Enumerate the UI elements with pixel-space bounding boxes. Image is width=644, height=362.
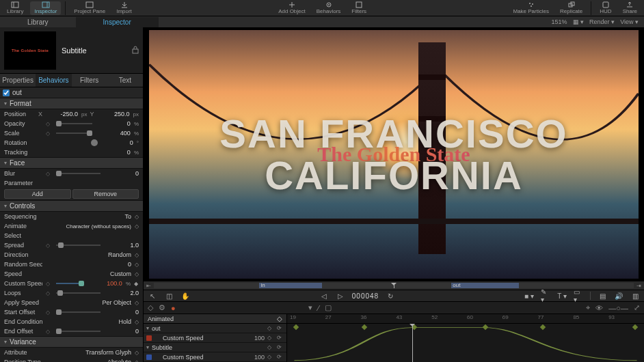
project-pane-button[interactable]: Project Pane: [70, 1, 109, 15]
param-end-condition[interactable]: End ConditionHold◇: [0, 317, 143, 326]
play-back-button[interactable]: ◁: [319, 291, 329, 301]
svg-point-8: [529, 3, 531, 4]
param-sequencing[interactable]: SequencingTo◇: [0, 212, 143, 221]
param-spread[interactable]: Spread◇1.0: [0, 240, 143, 250]
rotation-dial-icon[interactable]: [91, 139, 98, 146]
param-apply-speed[interactable]: Apply SpeedPer Object◇: [0, 298, 143, 307]
bridge-cables: [149, 50, 639, 224]
curve-editor[interactable]: [287, 324, 644, 362]
param-tracking[interactable]: Tracking 0%: [0, 148, 143, 157]
param-animate[interactable]: AnimateCharacter (without spaces)◇: [0, 221, 143, 231]
param-attribute[interactable]: AttributeTransform Glyph◇: [0, 348, 143, 357]
behavior-out-checkbox[interactable]: out: [0, 87, 143, 98]
tab-filters[interactable]: Filters: [72, 74, 107, 87]
section-variance[interactable]: Variance: [0, 336, 143, 348]
param-rotation[interactable]: Rotation 0°: [0, 138, 143, 148]
snap-icon[interactable]: ⌖: [586, 303, 590, 312]
remove-parameter-dropdown[interactable]: Remove: [72, 189, 139, 199]
keyframe-show-icon[interactable]: ◇: [148, 303, 153, 312]
lock-icon[interactable]: [132, 46, 139, 55]
render-dropdown[interactable]: Render ▾: [589, 18, 615, 25]
add-parameter-dropdown[interactable]: Add: [4, 189, 71, 199]
param-loops[interactable]: Loops◇2.0: [0, 288, 143, 298]
make-particles-button[interactable]: Make Particles: [509, 1, 552, 15]
project-pane-icon: [85, 1, 94, 8]
box-icon[interactable]: ▢: [325, 303, 332, 312]
replicate-button[interactable]: Replicate: [556, 1, 587, 15]
param-start-offset[interactable]: Start Offset◇0: [0, 307, 143, 317]
loop-icon[interactable]: ↻: [386, 291, 395, 301]
tab-text[interactable]: Text: [107, 74, 143, 87]
zoom-slider-icon[interactable]: —○—: [608, 304, 628, 312]
timeline-header[interactable]: Animated◇: [144, 314, 286, 324]
tab-library[interactable]: Library: [0, 17, 76, 27]
timeline-tracks[interactable]: 19273643526069778593: [287, 314, 644, 362]
play-forward-button[interactable]: ▷: [336, 291, 345, 301]
timeline-row[interactable]: ▾Subtitle◇⟳: [144, 343, 286, 352]
param-scale[interactable]: Scale◇ 400%: [0, 128, 143, 138]
pen-tool-icon[interactable]: ✎ ▾: [541, 291, 550, 301]
view-dropdown[interactable]: View ▾: [620, 18, 639, 25]
marker-icon[interactable]: ▾: [308, 303, 312, 312]
out-label: out: [453, 282, 460, 288]
tab-behaviors[interactable]: Behaviors: [36, 74, 71, 87]
timeline-row[interactable]: Custom Speed100◇⟳: [144, 352, 286, 362]
timecode[interactable]: 000048: [352, 290, 379, 301]
text-tool-icon[interactable]: T ▾: [557, 291, 567, 301]
inspector-button[interactable]: Inspector: [30, 1, 61, 15]
param-position[interactable]: Position X -250.0px Y 250.0px: [0, 109, 143, 119]
svg-rect-0: [12, 2, 18, 8]
behaviors-button[interactable]: Behaviors: [312, 1, 345, 15]
separator: [65, 1, 66, 15]
inspector-icon: [42, 1, 50, 8]
layout-2-icon[interactable]: ▥: [630, 291, 640, 301]
hud-button[interactable]: HUD: [595, 1, 615, 15]
eye-icon[interactable]: 👁: [595, 304, 603, 312]
import-button[interactable]: Import: [112, 1, 136, 15]
param-speed[interactable]: SpeedCustom◇: [0, 269, 143, 279]
param-custom-speed[interactable]: Custom Speed◇100.0%◆: [0, 279, 143, 288]
add-object-button[interactable]: Add Object: [274, 1, 310, 15]
grid-dropdown[interactable]: ▦ ▾: [573, 18, 585, 25]
play-range-bar[interactable]: in out: [154, 283, 634, 288]
pan-tool-icon[interactable]: ✋: [180, 291, 190, 301]
crop-tool-icon[interactable]: ◫: [164, 291, 174, 301]
pointer-tool-icon[interactable]: ↖: [148, 291, 157, 301]
record-icon[interactable]: ●: [171, 304, 176, 312]
library-button[interactable]: Library: [3, 1, 27, 15]
behaviors-label: Behaviors: [317, 8, 341, 15]
param-opacity[interactable]: Opacity◇ 0%: [0, 119, 143, 128]
param-random-seed[interactable]: Random Seed0◇: [0, 260, 143, 269]
section-face[interactable]: Face: [0, 157, 143, 169]
param-select[interactable]: Select: [0, 231, 143, 240]
behaviors-show-icon[interactable]: ⚙: [159, 303, 165, 312]
timeline-ruler: 19273643526069778593: [287, 314, 644, 324]
param-position-type[interactable]: Position TypeAbsolute◇: [0, 357, 143, 362]
param-blur[interactable]: Blur◇ 0: [0, 169, 143, 178]
fill-dropdown[interactable]: ■ ▾: [524, 291, 534, 301]
share-button[interactable]: Share: [619, 1, 641, 15]
param-end-offset[interactable]: End Offset◇0: [0, 326, 143, 336]
timeline-row[interactable]: Custom Speed100◇⟳: [144, 333, 286, 343]
canvas-viewport[interactable]: SAN FRANCISCO The Golden State CALIFORNI…: [144, 27, 644, 281]
inspector-body[interactable]: out Format Position X -250.0px Y 250.0px…: [0, 87, 143, 362]
section-controls[interactable]: Controls: [0, 200, 143, 212]
audio-icon[interactable]: 🔊: [614, 291, 623, 301]
fit-icon[interactable]: ⤢: [634, 303, 640, 312]
shape-tool-icon[interactable]: ▭ ▾: [574, 291, 583, 301]
section-format[interactable]: Format: [0, 98, 143, 109]
go-to-end-icon[interactable]: ⇥: [636, 283, 641, 289]
timeline-row[interactable]: ▾out◇⟳: [144, 324, 286, 333]
in-label: in: [260, 282, 265, 288]
layer-title: Subtitle: [62, 46, 87, 55]
timeline-layer-list[interactable]: Animated◇ ▾out◇⟳Custom Speed100◇⟳▾Subtit…: [144, 314, 287, 362]
layout-1-icon[interactable]: ▤: [598, 291, 607, 301]
tab-properties[interactable]: Properties: [0, 74, 36, 87]
param-direction[interactable]: DirectionRandom◇: [0, 250, 143, 260]
filters-button[interactable]: Filters: [347, 1, 371, 15]
tab-inspector[interactable]: Inspector: [76, 17, 159, 27]
mini-timeline[interactable]: ⇤ in out ⇥: [144, 281, 644, 290]
edit-line-icon[interactable]: ∕: [318, 304, 319, 312]
go-to-start-icon[interactable]: ⇤: [146, 283, 151, 289]
zoom-level[interactable]: 151%: [552, 18, 567, 25]
